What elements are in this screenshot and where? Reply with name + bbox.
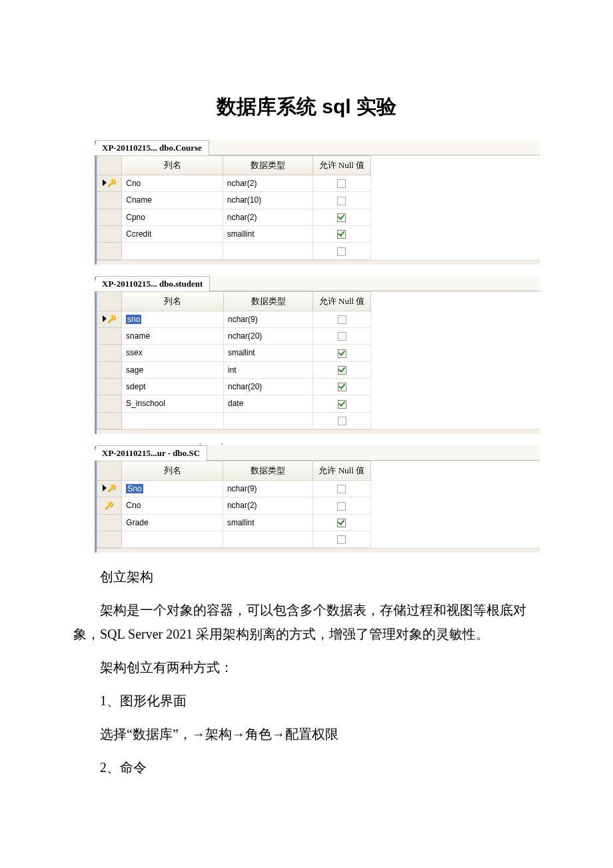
row-indicator-icon: 🔑 <box>103 484 117 493</box>
null-checkbox[interactable] <box>338 383 346 391</box>
tab-course[interactable]: XP-20110215... dbo.Course <box>97 140 209 155</box>
table-row[interactable]: 🔑 Cno nchar(2) <box>97 497 371 514</box>
paragraph: 架构是一个对象的容器，可以包含多个数据表，存储过程和视图等根底对象，SQL Se… <box>73 598 540 646</box>
null-checkbox[interactable] <box>338 400 346 409</box>
header-data-type: 数据类型 <box>223 156 312 175</box>
course-table-designer: XP-20110215... dbo.Course 列名 数据类型 允许 Nul… <box>95 141 540 265</box>
null-checkbox[interactable] <box>338 417 346 425</box>
null-checkbox[interactable] <box>337 197 346 205</box>
null-checkbox[interactable] <box>337 247 346 256</box>
null-checkbox[interactable] <box>338 315 346 324</box>
sc-columns-grid: 列名 数据类型 允许 Null 值 🔑 Sno nchar(9) 🔑 Cno n… <box>97 461 371 548</box>
null-checkbox[interactable] <box>337 502 346 511</box>
table-row[interactable]: Grade smallint <box>97 514 371 531</box>
paragraph: 选择“数据库”，→架构→角色→配置权限 <box>73 722 540 746</box>
paragraph: 1、图形化界面 <box>73 689 540 713</box>
paragraph: 架构创立有两种方式： <box>73 655 540 679</box>
null-checkbox[interactable] <box>337 213 346 222</box>
table-row[interactable] <box>97 531 371 547</box>
table-row[interactable]: 🔑 Sno nchar(9) <box>97 480 371 497</box>
table-row[interactable]: ssex smallint <box>97 345 371 361</box>
null-checkbox[interactable] <box>338 366 346 375</box>
null-checkbox[interactable] <box>338 349 346 358</box>
header-data-type: 数据类型 <box>223 461 312 480</box>
header-data-type: 数据类型 <box>224 291 313 311</box>
table-row[interactable]: sdept nchar(20) <box>97 378 371 395</box>
table-row[interactable]: 🔑 Cno nchar(2) <box>97 175 371 192</box>
table-row[interactable] <box>97 243 371 259</box>
header-allow-null: 允许 Null 值 <box>313 291 371 311</box>
body-text: 创立架构 架构是一个对象的容器，可以包含多个数据表，存储过程和视图等根底对象，S… <box>73 565 540 779</box>
null-checkbox[interactable] <box>337 535 346 544</box>
row-indicator-icon: 🔑 <box>103 315 117 323</box>
table-row[interactable] <box>97 412 371 429</box>
table-row[interactable]: Cname nchar(10) <box>97 192 371 209</box>
null-checkbox[interactable] <box>337 230 346 239</box>
page-title: 数据库系统 sql 实验 <box>73 93 540 121</box>
table-row[interactable]: Cpno nchar(2) <box>97 209 371 225</box>
row-indicator-icon: 🔑 <box>103 179 117 187</box>
key-icon: 🔑 <box>105 501 114 509</box>
table-row[interactable]: 🔑 sno nchar(9) <box>97 311 371 327</box>
null-checkbox[interactable] <box>338 332 346 341</box>
header-column-name: 列名 <box>122 291 224 311</box>
course-columns-grid: 列名 数据类型 允许 Null 值 🔑 Cno nchar(2) Cname n… <box>97 155 371 260</box>
tab-student[interactable]: XP-20110215... dbo.student <box>97 276 210 291</box>
table-row[interactable]: Ccredit smallint <box>97 225 371 242</box>
header-column-name: 列名 <box>122 156 223 175</box>
table-row[interactable]: sage int <box>97 361 371 378</box>
null-checkbox[interactable] <box>337 485 346 493</box>
table-row[interactable]: S_inschool date <box>97 395 371 412</box>
header-allow-null: 允许 Null 值 <box>312 461 370 480</box>
sc-table-designer: XP-20110215...ur - dbo.SC 列名 数据类型 允许 Nul… <box>95 446 540 553</box>
null-checkbox[interactable] <box>337 179 346 188</box>
paragraph: 2、命令 <box>73 755 540 779</box>
tab-sc[interactable]: XP-20110215...ur - dbo.SC <box>97 445 207 461</box>
student-table-designer: XP-20110215... dbo.student 列名 数据类型 允许 Nu… <box>95 277 540 434</box>
null-checkbox[interactable] <box>337 519 346 527</box>
header-column-name: 列名 <box>122 461 223 480</box>
header-allow-null: 允许 Null 值 <box>312 156 370 175</box>
student-columns-grid: 列名 数据类型 允许 Null 值 🔑 sno nchar(9) sname n… <box>97 291 371 429</box>
paragraph: 创立架构 <box>73 565 540 589</box>
table-row[interactable]: sname nchar(20) <box>97 327 371 344</box>
